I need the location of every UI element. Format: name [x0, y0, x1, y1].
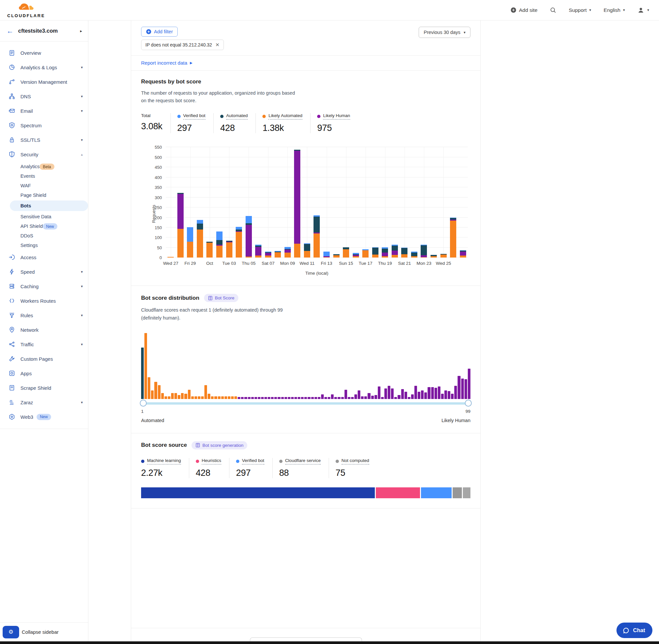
histogram-bar [391, 388, 394, 399]
chevron-down-icon: ▾ [81, 313, 83, 318]
remove-filter-icon[interactable]: ✕ [215, 42, 219, 48]
bot-score-badge[interactable]: Bot Score [204, 294, 238, 302]
chat-button[interactable]: Chat [616, 623, 653, 638]
stacked-bar [323, 252, 330, 257]
y-tick: 450 [155, 165, 162, 170]
sidebar-item-events[interactable]: Events [0, 171, 88, 181]
stat-label[interactable]: Verified bot [242, 458, 264, 465]
add-filter-button[interactable]: Add filter [141, 27, 178, 37]
support-menu[interactable]: Support▾ [569, 7, 591, 13]
sidebar-item-api-shield[interactable]: API ShieldNew [0, 221, 88, 231]
sidebar-item-network[interactable]: Network [0, 322, 88, 337]
sidebar-item-analytics[interactable]: AnalyticsBeta [0, 162, 88, 171]
add-site-button[interactable]: Add site [511, 7, 537, 13]
sidebar-item-workers-routes[interactable]: Workers Routes [0, 294, 88, 308]
stacked-bar [421, 245, 427, 258]
sidebar-item-version-management[interactable]: Version Management [0, 74, 88, 89]
bar-segment-likely-automated [284, 253, 291, 258]
stat-label[interactable]: Verified bot [183, 113, 206, 120]
slider-handle-min[interactable] [140, 400, 147, 407]
stat-likely-human: Likely Human975 [310, 113, 358, 133]
sidebar-item-traffic[interactable]: Traffic▾ [0, 337, 88, 351]
site-selector[interactable]: ← cftestsite3.com ▸ [0, 20, 88, 42]
source-segment-heuristics [376, 487, 420, 498]
x-axis-label: Time (local) [166, 271, 468, 276]
sidebar-item-security[interactable]: Security▴ [0, 147, 88, 162]
x-tick: Sat 07 [262, 261, 275, 266]
histogram-bar [268, 397, 270, 399]
stat-label[interactable]: Machine learning [147, 458, 181, 465]
slider-track[interactable] [141, 402, 470, 405]
sidebar-item-speed[interactable]: Speed▾ [0, 264, 88, 279]
sidebar-item-ssl-tls[interactable]: SSL/TLS▾ [0, 133, 88, 147]
stat-label[interactable]: Heuristics [202, 458, 221, 465]
histogram-bar [451, 394, 454, 399]
sidebar-item-rules[interactable]: Rules▾ [0, 308, 88, 322]
sidebar-item-dns[interactable]: DNS▾ [0, 89, 88, 104]
stat-label[interactable]: Automated [226, 113, 248, 120]
sidebar-item-overview[interactable]: Overview [0, 46, 88, 60]
sidebar-item-spectrum[interactable]: Spectrum [0, 118, 88, 133]
empty-section [131, 508, 480, 628]
back-arrow-icon[interactable]: ← [6, 27, 14, 34]
stat-label[interactable]: Likely Automated [268, 113, 302, 120]
bar-segment-verified-bot [197, 220, 203, 224]
bar-segment-likely-automated [343, 249, 349, 258]
histogram-bar [354, 394, 357, 399]
bar-segment-likely-automated [275, 252, 281, 257]
histogram-bar [454, 386, 457, 399]
bar-segment-likely-human [255, 247, 261, 256]
sidebar-item-caching[interactable]: Caching▾ [0, 279, 88, 294]
sidebar-item-settings[interactable]: Settings [0, 240, 88, 250]
cloudflare-logo[interactable]: CLOUDFLARE [7, 3, 45, 18]
source-stacked-bar [141, 487, 470, 498]
sidebar-item-waf[interactable]: WAF [0, 181, 88, 190]
bot-score-generation-badge[interactable]: Bot score generation [191, 441, 248, 450]
report-incorrect-data-link[interactable]: Report incorrect data ▶ [141, 60, 192, 66]
caret-right-icon: ▶ [190, 61, 192, 65]
sidebar-item-zaraz[interactable]: Zaraz▾ [0, 395, 88, 410]
collapse-sidebar-label[interactable]: Collapse sidebar [22, 629, 59, 635]
stacked-bar [372, 247, 378, 258]
sidebar-item-apps[interactable]: Apps [0, 366, 88, 381]
account-menu[interactable]: ▾ [637, 6, 649, 14]
filter-chip[interactable]: IP does not equal 35.212.240.32 ✕ [141, 40, 224, 50]
sidebar-item-bots[interactable]: Bots [10, 201, 88, 211]
date-range-dropdown[interactable]: Previous 30 days ▾ [419, 27, 470, 38]
language-menu[interactable]: English▾ [604, 7, 625, 13]
stat-label[interactable]: Cloudflare service [285, 458, 321, 465]
requests-by-bot-score-card: Requests by bot score The number of requ… [131, 71, 480, 286]
sidebar-item-ddos[interactable]: DDoS [0, 231, 88, 240]
sidebar-item-email[interactable]: Email▾ [0, 104, 88, 118]
slider-handle-max[interactable] [465, 400, 472, 407]
chevron-right-icon[interactable]: ▸ [80, 29, 82, 33]
docs-icon [195, 443, 200, 447]
stacked-bar [206, 242, 213, 257]
bar-segment-likely-automated [411, 256, 417, 258]
stat-not-computed: Not computed75 [329, 458, 377, 478]
sidebar-item-custom-pages[interactable]: Custom Pages [0, 351, 88, 366]
requests-chart: Requests 0501001502002503003504004505005… [166, 147, 468, 276]
search-button[interactable] [550, 7, 556, 13]
sidebar-item-page-shield[interactable]: Page Shield [0, 190, 88, 200]
histogram-bar [465, 379, 467, 399]
bar-segment-likely-automated [294, 244, 300, 258]
bar-segment-likely-automated [430, 256, 437, 257]
histogram-bar [324, 397, 327, 399]
bar-segment-likely-automated [450, 221, 456, 258]
chevron-down-icon: ▾ [623, 8, 625, 12]
bottom-section [131, 628, 480, 641]
sidebar-item-web3[interactable]: Web3New [0, 410, 88, 424]
sidebar-item-analytics-logs[interactable]: Analytics & Logs▾ [0, 60, 88, 74]
settings-gear-button[interactable]: ⚙ [3, 626, 19, 638]
x-tick: Thu 05 [242, 261, 256, 266]
histogram-bar [241, 397, 244, 399]
partial-button[interactable] [250, 638, 362, 641]
stat-label[interactable]: Likely Human [323, 113, 350, 120]
sidebar-item-scrape-shield[interactable]: Scrape Shield [0, 381, 88, 395]
sidebar-item-sensitive-data[interactable]: Sensitive Data [0, 212, 88, 221]
stat-label[interactable]: Not computed [342, 458, 369, 465]
sidebar-item-access[interactable]: Access [0, 250, 88, 264]
y-tick: 250 [155, 205, 162, 210]
card-description: Cloudflare scores each request 1 (defini… [141, 306, 299, 322]
